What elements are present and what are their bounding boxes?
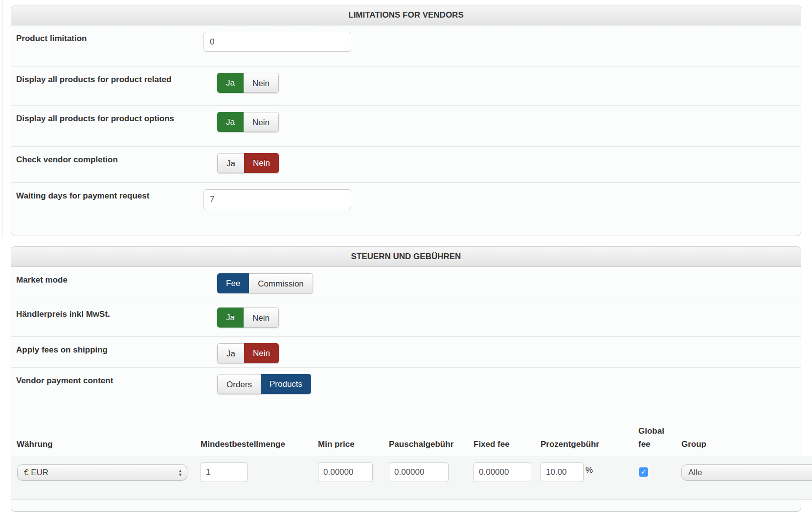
market-mode-row: Market mode Fee Commission xyxy=(11,267,801,301)
toggle-ja-button[interactable]: Ja xyxy=(217,112,244,132)
toggle-nein-button[interactable]: Nein xyxy=(244,343,279,363)
toggle-nein-button[interactable]: Nein xyxy=(244,308,279,328)
column-header-mindestbestellmenge: Mindestbestellmenge xyxy=(201,438,285,451)
percent-fee-input[interactable] xyxy=(541,462,584,482)
apply-fees-shipping-row: Apply fees on shipping Ja Nein xyxy=(11,336,801,367)
haendlerpreis-row: Händlerpreis inkl MwSt. Ja Nein xyxy=(11,301,801,336)
vendor-payment-content-toggle: Orders Products xyxy=(217,374,311,394)
vendor-payment-content-row: Vendor payment content Orders Products xyxy=(11,367,801,403)
toggle-ja-button[interactable]: Ja xyxy=(217,343,244,363)
column-header-prozentgebuehr: Prozentgebühr xyxy=(541,438,599,451)
group-select[interactable]: Alle xyxy=(681,464,812,481)
display-products-related-label: Display all products for product related xyxy=(16,73,178,86)
display-products-related-row: Display all products for product related… xyxy=(11,66,801,105)
display-products-options-toggle: Ja Nein xyxy=(217,112,279,132)
fees-table-row: € EUR % Alle xyxy=(11,457,812,500)
min-price-input[interactable] xyxy=(318,462,373,482)
product-limitation-input[interactable] xyxy=(203,32,351,52)
fees-table: Währung Mindestbestellmenge Min price Pa… xyxy=(11,404,801,500)
display-products-options-label: Display all products for product options xyxy=(16,112,178,125)
waiting-days-row: Waiting days for payment request xyxy=(11,182,801,238)
fees-table-header: Währung Mindestbestellmenge Min price Pa… xyxy=(11,404,801,457)
column-header-global-fee: Global fee xyxy=(638,424,670,451)
toggle-nein-button[interactable]: Nein xyxy=(244,112,279,132)
steuern-und-gebuehren-panel: STEUERN UND GEBÜHREN Market mode Fee Com… xyxy=(11,246,801,512)
apply-fees-shipping-toggle: Ja Nein xyxy=(217,343,279,363)
apply-fees-shipping-label: Apply fees on shipping xyxy=(16,343,178,356)
column-header-group: Group xyxy=(681,438,706,451)
toggle-orders-button[interactable]: Orders xyxy=(217,374,261,394)
column-header-waehrung: Währung xyxy=(17,438,53,451)
column-header-min-price: Min price xyxy=(318,438,355,451)
global-fee-checkbox[interactable] xyxy=(639,467,648,477)
check-vendor-completion-toggle: Ja Nein xyxy=(217,153,279,173)
panel-title-steuern: STEUERN UND GEBÜHREN xyxy=(11,247,801,267)
market-mode-toggle: Fee Commission xyxy=(217,273,313,293)
flat-fee-input[interactable] xyxy=(389,462,449,482)
check-vendor-completion-label: Check vendor completion xyxy=(16,153,178,166)
percent-sign: % xyxy=(586,465,593,475)
toggle-nein-button[interactable]: Nein xyxy=(244,153,279,173)
waiting-days-input[interactable] xyxy=(203,189,351,209)
haendlerpreis-label: Händlerpreis inkl MwSt. xyxy=(16,308,178,321)
check-vendor-completion-row: Check vendor completion Ja Nein xyxy=(11,146,801,182)
vendor-payment-content-label: Vendor payment content xyxy=(16,374,178,387)
column-header-fixed-fee: Fixed fee xyxy=(474,438,510,451)
currency-select-value: € EUR xyxy=(24,468,48,478)
fixed-fee-input[interactable] xyxy=(474,462,531,482)
page-left-border xyxy=(2,0,2,238)
product-limitation-row: Product limitation xyxy=(11,25,801,66)
toggle-commission-button[interactable]: Commission xyxy=(249,273,313,293)
toggle-fee-button[interactable]: Fee xyxy=(217,273,249,293)
toggle-ja-button[interactable]: Ja xyxy=(217,308,244,328)
toggle-nein-button[interactable]: Nein xyxy=(244,73,279,93)
currency-select[interactable]: € EUR xyxy=(17,464,187,481)
display-products-options-row: Display all products for product options… xyxy=(11,105,801,146)
limitations-for-vendors-panel: LIMITATIONS FOR VENDORS Product limitati… xyxy=(11,5,801,236)
select-arrows-icon xyxy=(178,469,182,477)
panel-title-limitations: LIMITATIONS FOR VENDORS xyxy=(11,5,801,25)
group-select-value: Alle xyxy=(688,468,702,478)
waiting-days-label: Waiting days for payment request xyxy=(16,189,178,202)
market-mode-label: Market mode xyxy=(16,273,178,286)
column-header-pauschalgebuehr: Pauschalgebühr xyxy=(389,438,453,451)
haendlerpreis-toggle: Ja Nein xyxy=(217,308,279,328)
toggle-products-button[interactable]: Products xyxy=(261,374,311,394)
display-products-related-toggle: Ja Nein xyxy=(217,73,279,93)
toggle-ja-button[interactable]: Ja xyxy=(217,153,244,173)
min-quantity-input[interactable] xyxy=(201,462,248,482)
toggle-ja-button[interactable]: Ja xyxy=(217,73,244,93)
product-limitation-label: Product limitation xyxy=(16,32,178,45)
